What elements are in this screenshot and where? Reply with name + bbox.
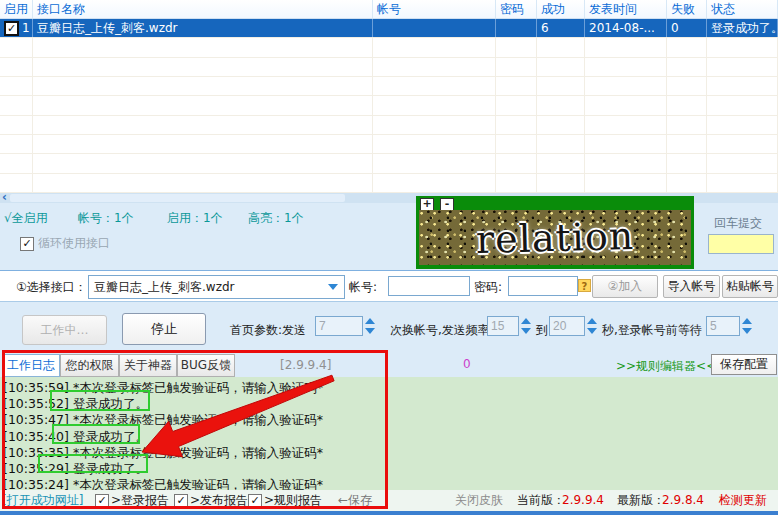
captcha-box: + - relation bbox=[416, 196, 694, 269]
freq-min-spinner[interactable] bbox=[519, 316, 532, 336]
close-skin-link[interactable]: 关闭皮肤 bbox=[455, 490, 503, 511]
loop-interface-checkbox[interactable] bbox=[20, 237, 34, 251]
working-button[interactable]: 工作中… bbox=[22, 315, 107, 345]
column-header-0[interactable]: 启用 bbox=[0, 0, 33, 18]
check-update-link[interactable]: 检测更新 bbox=[719, 490, 767, 511]
empty-cell bbox=[537, 174, 585, 192]
chevron-down-icon bbox=[328, 284, 338, 290]
table-row-empty[interactable] bbox=[0, 135, 778, 154]
empty-cell bbox=[707, 174, 778, 192]
send-count-spinner[interactable] bbox=[363, 316, 376, 336]
enable-cell: 1 bbox=[0, 19, 33, 37]
scrollbar-thumb[interactable] bbox=[10, 194, 345, 202]
spin-up-icon[interactable] bbox=[365, 318, 375, 324]
paste-accounts-button[interactable]: 粘贴帐号 bbox=[722, 275, 778, 298]
empty-cell bbox=[496, 174, 537, 192]
table-row-empty[interactable] bbox=[0, 154, 778, 173]
send-count-input[interactable] bbox=[315, 316, 363, 336]
password-label: 密码: bbox=[474, 279, 502, 296]
account-input[interactable] bbox=[388, 276, 470, 296]
empty-cell bbox=[373, 38, 496, 56]
password-input[interactable] bbox=[508, 276, 578, 296]
empty-cell bbox=[373, 96, 496, 114]
spin-down-icon[interactable] bbox=[521, 328, 531, 334]
table-row-empty[interactable] bbox=[0, 38, 778, 57]
freq-min-input[interactable] bbox=[487, 316, 519, 336]
empty-cell bbox=[707, 135, 778, 153]
save-config-button[interactable]: 保存配置 bbox=[711, 354, 777, 375]
column-header-6[interactable]: 失败 bbox=[667, 0, 707, 18]
column-header-1[interactable]: 接口名称 bbox=[33, 0, 373, 18]
table-row-empty[interactable] bbox=[0, 58, 778, 77]
spin-up-icon[interactable] bbox=[521, 318, 531, 324]
freq-max-spinner[interactable] bbox=[585, 316, 598, 336]
report-label[interactable]: >规则报告 bbox=[264, 490, 322, 511]
report-option: >发布报告 bbox=[174, 490, 248, 511]
interface-select-bar: ①选择接口： 豆瓣日志_上传_刺客.wzdr 帐号: 密码: ? ②加入 导入帐… bbox=[0, 271, 778, 302]
empty-cell bbox=[373, 77, 496, 95]
table-row-selected[interactable]: 1豆瓣日志_上传_刺客.wzdr62014-08-...0登录成功了。 bbox=[0, 19, 778, 38]
report-checkbox[interactable] bbox=[174, 494, 188, 508]
row-number: 1 bbox=[22, 21, 30, 35]
log-time: [10:35:35] bbox=[3, 445, 69, 460]
log-time: [10:35:40] bbox=[3, 429, 69, 444]
column-header-2[interactable]: 帐号 bbox=[373, 0, 496, 18]
table-row-empty[interactable] bbox=[0, 174, 778, 193]
empty-cell bbox=[0, 58, 33, 76]
stop-button[interactable]: 停止 bbox=[122, 313, 206, 345]
spin-down-icon[interactable] bbox=[365, 328, 375, 334]
select-interface-label: ①选择接口： bbox=[16, 279, 87, 296]
table-row-empty[interactable] bbox=[0, 77, 778, 96]
report-checkbox[interactable] bbox=[95, 494, 109, 508]
log-time: [10:35:29] bbox=[3, 461, 69, 476]
column-header-7[interactable]: 状态 bbox=[707, 0, 778, 18]
report-label[interactable]: >登录报告 bbox=[111, 490, 169, 511]
column-header-4[interactable]: 成功 bbox=[537, 0, 585, 18]
empty-cell bbox=[33, 174, 373, 192]
tab-1[interactable]: 工作日志 bbox=[2, 354, 60, 377]
report-checkbox[interactable] bbox=[248, 494, 262, 508]
captcha-answer-input[interactable] bbox=[708, 234, 774, 254]
all-enable-label[interactable]: √全启用 bbox=[4, 210, 48, 227]
empty-cell bbox=[496, 154, 537, 172]
freq-max-input[interactable] bbox=[549, 316, 585, 336]
empty-cell bbox=[667, 77, 707, 95]
counter-value: 0 bbox=[463, 357, 471, 371]
column-header-5[interactable]: 发表时间 bbox=[585, 0, 667, 18]
help-icon[interactable]: ? bbox=[578, 279, 591, 292]
rule-editor-link[interactable]: >>规则编辑器<< bbox=[616, 358, 716, 375]
empty-cell bbox=[0, 154, 33, 172]
tab-3[interactable]: 关于神器 bbox=[119, 354, 177, 377]
spin-down-icon[interactable] bbox=[587, 328, 597, 334]
empty-cell bbox=[585, 116, 667, 134]
empty-cell bbox=[585, 96, 667, 114]
report-label[interactable]: >发布报告 bbox=[190, 490, 248, 511]
empty-cell bbox=[0, 38, 33, 56]
tab-4[interactable]: BUG反馈 bbox=[177, 354, 235, 377]
interface-select[interactable]: 豆瓣日志_上传_刺客.wzdr bbox=[88, 275, 345, 299]
wait-sec-spinner[interactable] bbox=[740, 316, 753, 336]
import-accounts-button[interactable]: 导入帐号 bbox=[663, 275, 720, 298]
join-button[interactable]: ②加入 bbox=[592, 275, 658, 298]
spin-up-icon[interactable] bbox=[742, 318, 752, 324]
account-label: 帐号: bbox=[349, 279, 377, 296]
row-enable-checkbox[interactable] bbox=[4, 21, 19, 36]
wait-sec-input[interactable] bbox=[706, 316, 740, 336]
cell-fail: 0 bbox=[667, 19, 707, 37]
table-row-empty[interactable] bbox=[0, 116, 778, 135]
empty-cell bbox=[33, 77, 373, 95]
tab-2[interactable]: 您的权限 bbox=[60, 354, 119, 377]
report-option: >登录报告 bbox=[95, 490, 169, 511]
captcha-image[interactable]: relation bbox=[419, 210, 691, 265]
log-line: [10:35:47]*本次登录标签已触发验证码，请输入验证码* bbox=[3, 412, 778, 428]
spin-up-icon[interactable] bbox=[587, 318, 597, 324]
column-header-3[interactable]: 密码 bbox=[496, 0, 537, 18]
current-version-label: 当前版： bbox=[517, 490, 565, 511]
empty-cell bbox=[33, 154, 373, 172]
scroll-left-icon[interactable]: ‹ bbox=[2, 190, 7, 204]
open-success-url-link[interactable]: [打开成功网址] bbox=[2, 490, 83, 511]
table-row-empty[interactable] bbox=[0, 96, 778, 115]
empty-cell bbox=[537, 96, 585, 114]
wait-label: 秒,登录帐号前等待 bbox=[602, 322, 702, 339]
spin-down-icon[interactable] bbox=[742, 328, 752, 334]
